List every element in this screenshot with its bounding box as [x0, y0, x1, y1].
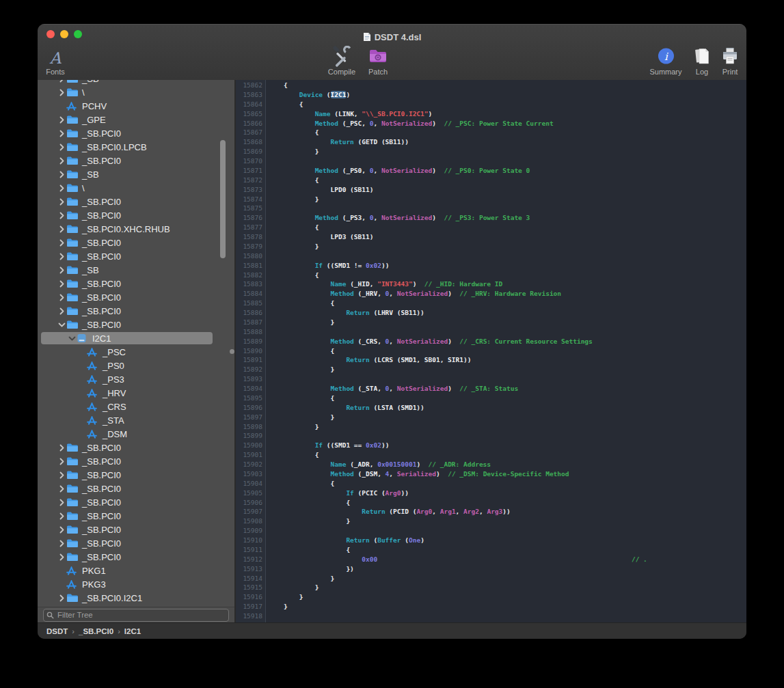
disclosure-right-icon[interactable] [57, 307, 66, 315]
tree-item-_sbpci0[interactable]: _SB.PCI0 [38, 304, 234, 318]
print-button[interactable]: Print [720, 44, 740, 76]
disclosure-right-icon[interactable] [57, 253, 66, 260]
disclosure-right-icon[interactable] [57, 143, 66, 151]
tree-item-_ps3[interactable]: _PS3 [38, 372, 234, 386]
breadcrumb-segment[interactable]: DSDT [46, 627, 68, 635]
disclosure-right-icon[interactable] [57, 198, 66, 206]
tree-item-_sbpci0[interactable]: _SB.PCI0 [38, 249, 234, 263]
filter-tree-input[interactable] [56, 610, 226, 620]
disclosure-right-icon[interactable] [57, 184, 66, 192]
disclosure-right-icon[interactable] [57, 294, 66, 301]
disclosure-right-icon[interactable] [57, 526, 66, 534]
tree-item-_gpe[interactable]: _GPE [38, 113, 234, 126]
disclosure-right-icon[interactable] [57, 594, 66, 602]
disclosure-right-icon[interactable] [57, 116, 66, 124]
tree-item-[interactable]: \ [38, 181, 234, 195]
folder-icon [66, 156, 80, 165]
tree-item-_sbpci0[interactable]: _SB.PCI0 [38, 441, 234, 454]
disclosure-right-icon[interactable] [57, 458, 66, 465]
disclosure-right-icon[interactable] [57, 499, 66, 506]
disclosure-right-icon[interactable] [57, 266, 66, 274]
tree-item-_sbpci0[interactable]: _SB.PCI0 [38, 509, 234, 523]
tree-item-_sbpci0lpcb[interactable]: _SB.PCI0.LPCB [38, 140, 234, 154]
disclosure-right-icon[interactable] [57, 130, 66, 137]
tree-item-pkg1[interactable]: PKG1 [38, 564, 234, 577]
disclosure-right-icon[interactable] [57, 157, 66, 165]
line-number: 15917 [236, 602, 265, 611]
tree-item-[interactable]: \ [38, 85, 234, 99]
tree-item-_sbpci0i2c1[interactable]: _SB.PCI0.I2C1 [38, 591, 234, 605]
tree-item-_sb[interactable]: _SB [38, 80, 234, 85]
tree-item-_sbpci0[interactable]: _SB.PCI0 [38, 236, 234, 249]
disclosure-right-icon[interactable] [57, 485, 66, 493]
disclosure-right-icon[interactable] [57, 212, 66, 219]
tree-item-_ps0[interactable]: _PS0 [38, 359, 234, 372]
disclosure-down-icon[interactable] [57, 321, 66, 329]
tree-viewport[interactable]: _SB\PCHV_GPE_SB.PCI0_SB.PCI0.LPCB_SB.PCI… [38, 80, 234, 607]
disclosure-right-icon[interactable] [57, 553, 66, 561]
breadcrumb-segment[interactable]: I2C1 [124, 627, 141, 635]
tree-item-_psc[interactable]: _PSC [38, 345, 234, 359]
tree-item-_sbpci0[interactable]: _SB.PCI0 [38, 208, 234, 222]
tree-item-label: _SB.PCI0 [82, 470, 121, 480]
filter-box[interactable] [43, 609, 229, 622]
tree-item-_sbpci0[interactable]: _SB.PCI0 [38, 195, 234, 208]
tree-item-_dsm[interactable]: _DSM [38, 427, 234, 441]
tree-item-_sb[interactable]: _SB [38, 263, 234, 277]
tree-item-_hrv[interactable]: _HRV [38, 386, 234, 400]
fonts-button[interactable]: A Fonts [46, 44, 65, 76]
titlebar[interactable]: DSDT 4.dsl [38, 24, 746, 43]
code-line: { [268, 394, 746, 403]
code-line [268, 204, 746, 213]
disclosure-right-icon[interactable] [57, 540, 66, 547]
disclosure-right-icon[interactable] [57, 225, 66, 233]
tree-item-label: _CRS [103, 402, 126, 412]
split-handle-dot[interactable] [230, 349, 234, 354]
tree-item-_sbpci0[interactable]: _SB.PCI0 [38, 318, 234, 331]
tree-item-_sta[interactable]: _STA [38, 413, 234, 427]
breadcrumb-segment[interactable]: _SB.PCI0 [79, 627, 113, 635]
disclosure-right-icon[interactable] [57, 280, 66, 288]
minimize-button[interactable] [60, 30, 68, 38]
tree-item-_sbpci0[interactable]: _SB.PCI0 [38, 536, 234, 550]
tree-item-_sbpci0[interactable]: _SB.PCI0 [38, 550, 234, 564]
tree-item-pchv[interactable]: PCHV [38, 99, 234, 113]
tree-item-i2c1[interactable]: I2C1 [38, 331, 234, 345]
tree-item-_sbpci0[interactable]: _SB.PCI0 [38, 468, 234, 482]
compile-button[interactable]: Compile [328, 44, 355, 76]
zoom-button[interactable] [74, 30, 82, 38]
tree-item-_sbpci0[interactable]: _SB.PCI0 [38, 277, 234, 290]
tree-item-label: \ [82, 183, 85, 193]
disclosure-right-icon[interactable] [57, 89, 66, 96]
disclosure-right-icon[interactable] [57, 471, 66, 479]
tree-item-label: PKG1 [82, 566, 106, 576]
code-pane[interactable]: { Device (I2C1) { Name (LINK, "\\_SB.PCI… [266, 80, 746, 622]
tree-item-_sbpci0[interactable]: _SB.PCI0 [38, 126, 234, 140]
code-line: Method (_PS0, 0, NotSerialized) // _PS0:… [268, 166, 746, 176]
tree-item-_sbpci0[interactable]: _SB.PCI0 [38, 495, 234, 509]
tree-item-_sbpci0xhcrhub[interactable]: _SB.PCI0.XHC.RHUB [38, 222, 234, 236]
tree-item-_sbpci0[interactable]: _SB.PCI0 [38, 482, 234, 495]
tree-item-_sbpci0[interactable]: _SB.PCI0 [38, 290, 234, 304]
disclosure-right-icon[interactable] [57, 171, 66, 178]
disclosure-right-icon[interactable] [57, 444, 66, 452]
code-editor[interactable]: 1586215863158641586515866158671586815869… [236, 80, 746, 622]
tree-item-_sbpci0[interactable]: _SB.PCI0 [38, 154, 234, 167]
tree-item-_sbpci0[interactable]: _SB.PCI0 [38, 523, 234, 536]
tree-item-_crs[interactable]: _CRS [38, 400, 234, 413]
split-divider[interactable] [234, 80, 236, 622]
info-circle-icon: i [656, 44, 675, 67]
disclosure-right-icon[interactable] [57, 239, 66, 247]
line-number: 15903 [236, 469, 265, 479]
patch-button[interactable]: Patch [368, 44, 388, 76]
close-button[interactable] [46, 30, 55, 38]
disclosure-down-icon[interactable] [67, 335, 77, 342]
disclosure-right-icon[interactable] [57, 80, 66, 83]
disclosure-right-icon[interactable] [57, 512, 66, 520]
tree-item-_sbpci0[interactable]: _SB.PCI0 [38, 454, 234, 468]
sidebar-scrollbar-thumb[interactable] [220, 140, 226, 258]
summary-button[interactable]: i Summary [649, 44, 681, 76]
log-button[interactable]: Log [692, 44, 712, 76]
tree-item-pkg3[interactable]: PKG3 [38, 577, 234, 591]
tree-item-_sb[interactable]: _SB [38, 167, 234, 181]
